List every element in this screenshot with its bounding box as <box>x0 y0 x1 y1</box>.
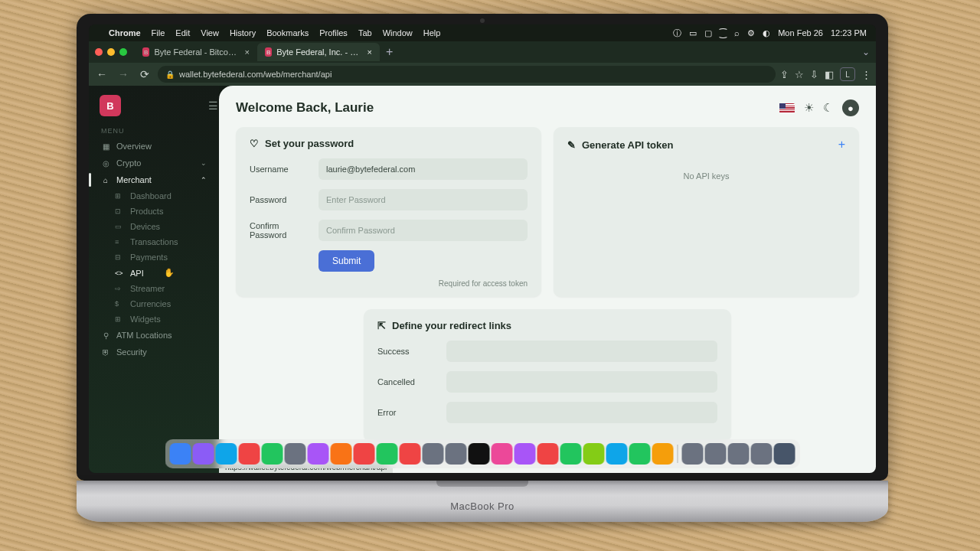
new-tab-button[interactable]: + <box>386 45 393 59</box>
sidebar-sub-products[interactable]: ⊡Products <box>89 204 219 219</box>
dock-app-25[interactable] <box>751 443 773 465</box>
battery-icon[interactable]: ▢ <box>704 28 712 38</box>
error-url-input[interactable] <box>446 402 717 423</box>
share-icon[interactable]: ⇪ <box>780 69 789 80</box>
sidebar-item-overview[interactable]: ▦ Overview <box>89 138 219 155</box>
back-button[interactable]: ← <box>93 66 110 83</box>
dock-app-12[interactable] <box>446 443 467 465</box>
sidebar-toggle-icon[interactable]: ☰ <box>208 99 218 112</box>
chrome-menu-icon[interactable]: ⋮ <box>861 69 871 80</box>
download-icon[interactable]: ⇩ <box>810 69 818 80</box>
dock-app-4[interactable] <box>262 443 283 465</box>
brand-logo[interactable]: B <box>100 95 121 116</box>
password-input[interactable] <box>318 189 528 210</box>
payments-icon: ⊟ <box>115 253 124 261</box>
close-tab-icon[interactable]: × <box>368 47 372 57</box>
cancelled-url-input[interactable] <box>446 371 717 393</box>
dock-app-19[interactable] <box>606 443 628 465</box>
close-window-icon[interactable] <box>95 48 103 56</box>
maximize-window-icon[interactable] <box>119 48 127 56</box>
video-icon[interactable]: ▭ <box>689 28 697 38</box>
dock-app-2[interactable] <box>216 443 237 465</box>
dock-app-20[interactable] <box>629 443 651 465</box>
tab-title: Byte Federal - Bitcoin ATMs, <box>154 47 237 57</box>
sun-icon[interactable]: ☀ <box>804 101 814 115</box>
dock-app-5[interactable] <box>285 443 306 465</box>
password-card: ♡ Set your password Username Password <box>236 127 541 297</box>
dock-app-21[interactable] <box>652 443 674 465</box>
url-input[interactable]: 🔒 wallet.bytefederal.com/web/merchant/ap… <box>158 66 776 83</box>
dock-app-7[interactable] <box>331 443 352 465</box>
grid-icon: ▦ <box>101 142 110 151</box>
add-token-button[interactable]: + <box>838 138 845 152</box>
search-icon[interactable]: ⌕ <box>734 28 740 37</box>
profile-chip[interactable]: L <box>840 67 855 81</box>
dock-app-3[interactable] <box>239 443 260 465</box>
tab-2[interactable]: B Byte Federal, Inc. - Web Wall × <box>257 43 380 61</box>
dock-app-6[interactable] <box>308 443 329 465</box>
menu-help[interactable]: Help <box>423 28 441 37</box>
menubar-time[interactable]: 12:23 PM <box>831 28 867 37</box>
close-tab-icon[interactable]: × <box>245 47 250 57</box>
menu-tab[interactable]: Tab <box>358 28 372 37</box>
success-url-input[interactable] <box>446 341 717 362</box>
sidebar-sub-currencies[interactable]: $Currencies <box>89 296 219 311</box>
dock-app-16[interactable] <box>537 443 559 465</box>
dock-app-0[interactable] <box>170 443 191 465</box>
sidebar-sub-widgets[interactable]: ⊞Widgets <box>89 311 219 327</box>
dock-app-22[interactable] <box>682 443 704 465</box>
sidebar-sub-payments[interactable]: ⊟Payments <box>89 249 219 265</box>
dock-app-18[interactable] <box>583 443 605 465</box>
products-icon: ⊡ <box>115 207 124 215</box>
sidebar-item-crypto[interactable]: ◎ Crypto ⌄ <box>89 155 219 171</box>
dock-app-1[interactable] <box>193 443 214 465</box>
sidebar-item-atm-locations[interactable]: ⚲ ATM Locations <box>89 327 219 344</box>
menu-profiles[interactable]: Profiles <box>319 28 348 37</box>
tab-overflow-icon[interactable]: ⌄ <box>862 47 870 57</box>
sidepanel-icon[interactable]: ◧ <box>825 69 834 80</box>
menu-view[interactable]: View <box>201 28 219 37</box>
minimize-window-icon[interactable] <box>107 48 115 56</box>
sidebar-item-security[interactable]: ⛨ Security <box>89 344 219 360</box>
tab-1[interactable]: B Byte Federal - Bitcoin ATMs, × <box>135 43 257 61</box>
avatar[interactable]: ● <box>842 99 859 116</box>
sidebar-sub-api[interactable]: <>API✋ <box>89 265 219 281</box>
dock-app-8[interactable] <box>354 443 375 465</box>
forward-button[interactable]: → <box>115 66 132 83</box>
dock-app-17[interactable] <box>560 443 582 465</box>
confirm-password-input[interactable] <box>318 220 528 241</box>
sidebar-sub-streamer[interactable]: ⇨Streamer <box>89 281 219 296</box>
dock-app-13[interactable] <box>469 443 490 465</box>
sidebar-sub-transactions[interactable]: ≡Transactions <box>89 234 219 249</box>
sidebar-sub-devices[interactable]: ▭Devices <box>89 219 219 234</box>
flag-icon[interactable] <box>779 103 795 113</box>
menu-file[interactable]: File <box>152 28 165 37</box>
info-icon[interactable]: ⓘ <box>673 28 681 39</box>
dock-app-15[interactable] <box>514 443 536 465</box>
reload-button[interactable]: ⟳ <box>136 66 153 83</box>
app-name[interactable]: Chrome <box>109 28 141 37</box>
error-label: Error <box>377 408 434 417</box>
dock-app-23[interactable] <box>705 443 727 465</box>
dock-app-9[interactable] <box>377 443 398 465</box>
sidebar-sub-dashboard[interactable]: ⊞Dashboard <box>89 188 219 204</box>
window-controls[interactable] <box>95 48 127 56</box>
menu-window[interactable]: Window <box>383 28 413 37</box>
dock-app-14[interactable] <box>492 443 513 465</box>
dock-app-26[interactable] <box>774 443 795 465</box>
menu-edit[interactable]: Edit <box>175 28 190 37</box>
sidebar-item-merchant[interactable]: ⌂ Merchant ⌃ <box>89 171 219 188</box>
submit-button[interactable]: Submit <box>318 250 374 272</box>
dock-app-24[interactable] <box>728 443 750 465</box>
dock-app-10[interactable] <box>400 443 421 465</box>
moon-icon[interactable]: ☾ <box>823 101 833 115</box>
menu-bookmarks[interactable]: Bookmarks <box>266 28 309 37</box>
siri-icon[interactable]: ◐ <box>763 28 770 38</box>
menu-history[interactable]: History <box>230 28 256 37</box>
dock-app-11[interactable] <box>423 443 444 465</box>
wifi-icon[interactable]: ⁐ <box>720 28 727 38</box>
menubar-date[interactable]: Mon Feb 26 <box>778 28 823 37</box>
bookmark-icon[interactable]: ☆ <box>795 69 804 80</box>
username-input[interactable] <box>318 158 528 180</box>
control-center-icon[interactable]: ⚙ <box>747 28 755 38</box>
